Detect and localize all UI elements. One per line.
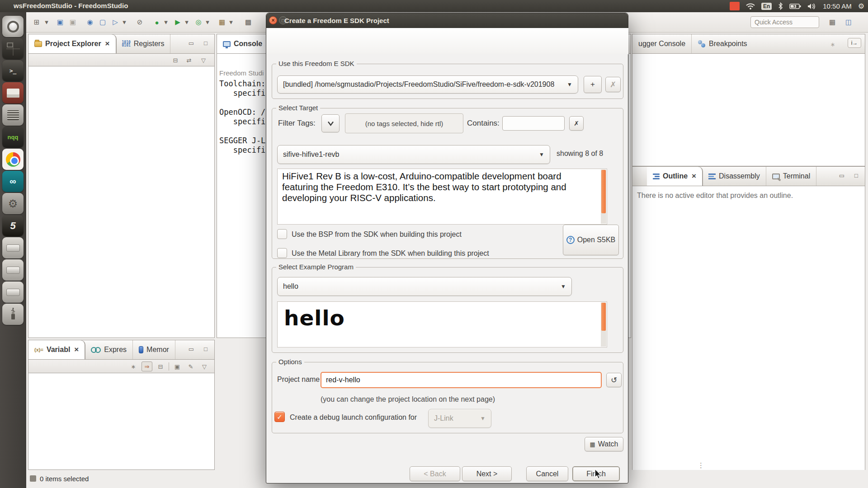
tab-disassembly[interactable]: Disassembly bbox=[703, 167, 766, 186]
annotation-icon[interactable]: ▩ bbox=[242, 16, 254, 28]
scrollbar-thumb[interactable] bbox=[601, 303, 606, 331]
variables-table[interactable] bbox=[28, 373, 215, 470]
close-tab-icon[interactable] bbox=[691, 172, 696, 181]
new-wizard-dropdown-icon[interactable]: ▾ bbox=[43, 16, 50, 28]
debug-dropdown-icon[interactable]: ▾ bbox=[163, 16, 169, 28]
tab-variables[interactable]: (x)= Variabl bbox=[28, 340, 85, 359]
show-logical-structure-icon[interactable]: ⇒ bbox=[142, 361, 152, 371]
run-dropdown-icon[interactable]: ▾ bbox=[184, 16, 190, 28]
example-preview-box[interactable]: hello bbox=[277, 301, 607, 347]
filter-tags-button[interactable] bbox=[321, 114, 340, 132]
trim-stack-icon[interactable]: ⋮ bbox=[698, 461, 704, 469]
cancel-button[interactable]: Cancel bbox=[526, 466, 568, 481]
quick-access-input[interactable]: Quick Access bbox=[750, 16, 819, 28]
close-tab-icon[interactable] bbox=[73, 345, 79, 354]
skip-all-breakpoints-icon[interactable]: ∗ bbox=[828, 39, 838, 49]
bluetooth-icon[interactable] bbox=[778, 2, 783, 10]
scrollbar-thumb[interactable] bbox=[601, 170, 606, 213]
example-combo[interactable]: hello ▼ bbox=[277, 277, 572, 296]
launcher-terminal-icon[interactable]: >_ bbox=[2, 60, 24, 81]
dialog-titlebar[interactable]: × □ Create a Freedom E SDK Project bbox=[266, 13, 628, 28]
link-editor-icon[interactable]: ⇄ bbox=[184, 55, 194, 65]
build-dropdown-icon[interactable]: ▾ bbox=[228, 16, 234, 28]
launcher-chrome-icon[interactable] bbox=[2, 149, 24, 170]
profile-icon[interactable]: ◎ bbox=[193, 16, 204, 28]
minimize-icon[interactable]: ▭ bbox=[186, 344, 196, 354]
tab-project-explorer[interactable]: Project Explorer bbox=[28, 34, 116, 53]
open-perspective-icon[interactable]: ▦ bbox=[826, 16, 838, 28]
view-menu-icon[interactable]: ▽ bbox=[198, 55, 209, 65]
perspective-icon[interactable]: ◫ bbox=[843, 16, 854, 28]
breakpoints-list[interactable] bbox=[632, 54, 865, 166]
session-gear-icon[interactable]: ⚙ bbox=[858, 2, 864, 10]
wifi-icon[interactable] bbox=[746, 3, 755, 10]
launcher-disk-icon[interactable] bbox=[2, 282, 24, 303]
minimize-icon[interactable]: ▭ bbox=[186, 38, 196, 48]
maximize-icon[interactable]: □ bbox=[201, 344, 211, 354]
minimize-icon[interactable]: ▭ bbox=[837, 170, 847, 180]
launcher-disk-icon[interactable] bbox=[2, 237, 24, 258]
launcher-ubuntu-dash-icon[interactable] bbox=[2, 16, 24, 37]
debug-launch-checkbox[interactable]: ✓ bbox=[274, 412, 285, 422]
launcher-freedom-studio-icon[interactable]: 5 bbox=[2, 215, 24, 236]
launcher-notepadqq-icon[interactable]: nqq bbox=[2, 127, 24, 148]
open-sskb-button[interactable]: ? Open S5KB bbox=[563, 225, 619, 255]
tab-expressions[interactable]: Expres bbox=[85, 340, 133, 359]
dialog-close-icon[interactable]: × bbox=[269, 16, 277, 24]
collapse-all-icon[interactable]: ⊟ bbox=[170, 55, 181, 65]
metal-library-checkbox[interactable] bbox=[277, 248, 287, 258]
launcher-calculator-icon[interactable] bbox=[2, 104, 24, 126]
add-sdk-button[interactable]: + bbox=[584, 76, 602, 93]
launcher-system-tools-icon[interactable]: ⚙ bbox=[2, 193, 24, 214]
next-button[interactable]: Next > bbox=[462, 466, 512, 481]
keyboard-layout-indicator[interactable]: En bbox=[761, 3, 772, 10]
tab-memory[interactable]: Memor bbox=[133, 340, 175, 359]
save-icon[interactable]: ▣ bbox=[54, 16, 66, 28]
debug-icon[interactable]: ● bbox=[151, 16, 163, 28]
launcher-arduino-icon[interactable]: ∞ bbox=[2, 171, 24, 192]
volume-icon[interactable] bbox=[807, 3, 816, 10]
contains-input[interactable] bbox=[502, 116, 565, 131]
preview-scrollbar[interactable] bbox=[601, 302, 606, 347]
project-explorer-tree[interactable] bbox=[28, 66, 215, 338]
watch-button[interactable]: ▦ Watch bbox=[585, 437, 623, 451]
close-tab-icon[interactable] bbox=[104, 39, 110, 48]
clock[interactable]: 10:50 AM bbox=[823, 2, 851, 10]
debug-type-combo[interactable]: J-Link ▼ bbox=[428, 409, 491, 428]
edit-watch-icon[interactable]: ✎ bbox=[185, 361, 196, 371]
profile-dropdown-icon[interactable]: ▾ bbox=[204, 16, 211, 28]
maximize-icon[interactable]: □ bbox=[851, 170, 861, 180]
tab-terminal[interactable]: Terminal bbox=[766, 167, 816, 186]
instruction-pointer-icon[interactable]: i→ bbox=[848, 38, 861, 48]
tab-debugger-console[interactable]: ugger Console bbox=[632, 34, 692, 53]
maximize-icon[interactable]: □ bbox=[201, 38, 211, 48]
launch-console-icon[interactable]: ▢ bbox=[97, 16, 108, 28]
back-button[interactable]: < Back bbox=[410, 466, 460, 481]
show-type-names-icon[interactable]: ∗ bbox=[128, 361, 139, 371]
run-config-icon[interactable]: ▷ bbox=[109, 16, 121, 28]
build-icon[interactable]: ▦ bbox=[216, 16, 228, 28]
skip-breakpoints-icon[interactable]: ⊘ bbox=[134, 16, 146, 28]
clear-filter-button[interactable]: ✗ bbox=[569, 116, 584, 131]
tab-registers[interactable]: 10100101 Registers bbox=[116, 34, 171, 53]
bsp-checkbox[interactable] bbox=[277, 229, 287, 239]
save-all-icon[interactable]: ▣ bbox=[67, 16, 79, 28]
tab-outline[interactable]: Outline bbox=[647, 167, 703, 186]
new-watch-icon[interactable]: ▣ bbox=[172, 361, 183, 371]
selected-tags-box[interactable]: (no tags selected, hide rtl) bbox=[345, 113, 463, 133]
launcher-disk-icon[interactable] bbox=[2, 259, 24, 281]
reset-project-name-button[interactable]: ↺ bbox=[606, 373, 622, 387]
new-wizard-icon[interactable]: ⊞ bbox=[30, 16, 43, 28]
project-name-input[interactable]: red-v-hello bbox=[321, 372, 602, 388]
battery-icon[interactable] bbox=[789, 3, 801, 9]
run-icon[interactable]: ▶ bbox=[172, 16, 184, 28]
debug-ui-icon[interactable]: ◉ bbox=[84, 16, 96, 28]
target-description-box[interactable]: HiFive1 Rev B is a low-cost, Arduino-com… bbox=[277, 169, 607, 225]
remove-sdk-button[interactable]: ✗ bbox=[605, 77, 621, 92]
launcher-workspace-switcher-icon[interactable] bbox=[2, 38, 24, 59]
run-config-dropdown-icon[interactable]: ▾ bbox=[121, 16, 127, 28]
view-menu-icon[interactable]: ▽ bbox=[199, 361, 210, 371]
launcher-usb-drive-icon[interactable] bbox=[2, 304, 24, 325]
tab-breakpoints[interactable]: Breakpoints bbox=[692, 34, 753, 53]
target-combo[interactable]: sifive-hifive1-revb ▼ bbox=[277, 145, 550, 164]
